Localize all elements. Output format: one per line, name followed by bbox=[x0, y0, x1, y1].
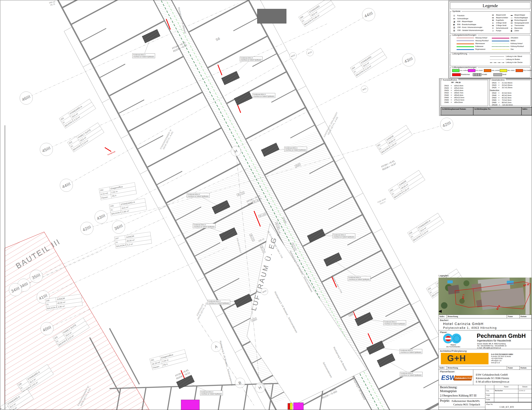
symbol-label: Rückschlagklappe bbox=[514, 17, 528, 18]
vent-label: Brandschutz bbox=[461, 73, 470, 75]
kondensat-line2: Anschluss an Geberit Spülkasten bbox=[285, 149, 306, 151]
projekt-line2: Carinzia 9631 Tröpolach bbox=[453, 403, 480, 406]
sign-role: Geän bbox=[485, 398, 494, 402]
kondensat-label: Kondensat d40x1.5Anschluss an Geberit Sp… bbox=[240, 57, 263, 61]
grid-bubble: W15 bbox=[306, 49, 314, 56]
legend-routing-box: Leitungsführung: Leitung in der WandLeit… bbox=[450, 54, 530, 66]
symbol-label: 3-Wege-Ventil bbox=[496, 22, 506, 24]
sign-name bbox=[494, 393, 518, 398]
gh-line1: G+H ZIVILTECHNIKER GMBH bbox=[491, 354, 513, 355]
strangregulierventil-icon: ⋈ bbox=[509, 22, 514, 24]
symbol-label: Absperrschieber bbox=[496, 17, 508, 18]
grid-bubble: W03 bbox=[290, 52, 296, 59]
kondensat-line1: Kondensat d40x1.5 bbox=[194, 224, 215, 226]
bezeichnung-box: Bezeichnung: Montageplan 2.Obergeschoss … bbox=[438, 385, 485, 399]
architektur-box: Architektur/Polierplanung: G+H G+H ZIVIL… bbox=[438, 349, 532, 366]
pipe-line-sample bbox=[492, 38, 509, 38]
pipe-line-sample bbox=[456, 41, 474, 41]
kondensat-label: Kondensat d40x1.5Anschluss an Geberit Sp… bbox=[383, 320, 406, 325]
kondensat-line1: Kondensat d40x1.5 bbox=[401, 373, 422, 374]
planer-label: Planer: bbox=[440, 331, 447, 334]
esw-logo-text: ESW bbox=[441, 374, 456, 381]
kondensat-line2: Anschluss an Geberit Spülkasten bbox=[201, 393, 222, 395]
bemerkung-h: Bemerkung bbox=[447, 315, 507, 318]
esw-line2: Kärnterstraße 9/1 9586 Fürnitz bbox=[476, 377, 509, 380]
index-row-1: Index Bemerkung Name Datum bbox=[438, 315, 532, 319]
grid-bubble-label: H bbox=[234, 148, 238, 154]
vent-chip bbox=[484, 69, 491, 72]
pechmann-subtitle: Ingenieurbüro für Haustechnik bbox=[477, 339, 511, 342]
symbol-label: Pumpe bbox=[496, 30, 501, 32]
pipe-line-sample bbox=[456, 46, 474, 47]
austria-flag-roundel bbox=[445, 336, 451, 341]
vent-label: Gerät bbox=[502, 73, 506, 75]
index-row-2: Index Bemerkung Name Datum bbox=[438, 366, 532, 370]
name-h: Name bbox=[507, 315, 520, 318]
vent-chip bbox=[516, 69, 523, 72]
vent-label: ZUL-Zuluft bbox=[475, 70, 483, 71]
absperrklappe-ask-icon: ◪ bbox=[452, 20, 456, 23]
bezeichnung-line1: Montageplan bbox=[440, 389, 457, 393]
kondensat-label: Kondensat d40x1.5Anschluss an Geberit Sp… bbox=[253, 93, 275, 98]
kondensat-line2: Anschluss an Geberit Spülkasten bbox=[333, 236, 354, 238]
vent-chip bbox=[494, 73, 502, 76]
pechmann-member-2: des Fachverbandes bbox=[444, 346, 463, 348]
site-plan-aerial-photo: BT IIIBT IBT II bbox=[438, 278, 532, 315]
projekt-box: Projekt: Falkensteiner Hotel&SPA Carinzi… bbox=[438, 398, 485, 407]
vent-chip bbox=[473, 73, 481, 76]
grid-bubble: 45III bbox=[40, 143, 53, 156]
routing-label: Leitung in der Decke bbox=[506, 61, 522, 63]
pechmann-addr3: e-mail: office@tb-pechmann.at bbox=[477, 347, 501, 349]
lageplan-label: Lageplan: bbox=[439, 274, 449, 277]
grid-bubble: 42III bbox=[80, 222, 93, 235]
legend-routing-label: Leitungsführung: bbox=[452, 53, 468, 55]
grid-bubble: 34III bbox=[9, 283, 22, 296]
bemerkung-h2: Bemerkung bbox=[447, 366, 507, 370]
thermometer-icon: ◎ bbox=[509, 24, 514, 27]
kondensat-line1: Kondensat d40x1.5 bbox=[333, 234, 354, 236]
grid-bubble: 44III bbox=[362, 8, 375, 21]
pechmann-addr1: Grazer Straße 48f, A- 8062 Kumberg bbox=[477, 343, 506, 345]
kondensat-line2: Anschluss an Geberit Spülkasten bbox=[253, 95, 275, 98]
pipe-line-label: Warmwasser bbox=[475, 43, 485, 45]
legend-panel: Legende Symbole: ⊡Putzstück⋈Schmutzfänge… bbox=[449, 1, 532, 78]
sign-datum-h: Datum bbox=[518, 385, 531, 389]
vsr-variabel-icon: ▤ bbox=[452, 29, 456, 32]
grid-bubble-label: 43III bbox=[404, 56, 414, 64]
symbol-label: Sicherheitsventil bbox=[496, 27, 508, 29]
plan-nr-box: Plan Nr. CAR_KT_BTI bbox=[485, 402, 532, 410]
pechmann-member-1: Mitglied bbox=[444, 344, 463, 346]
pipe-line-label: Kaltwasser bbox=[475, 45, 484, 47]
vent-chip bbox=[452, 73, 461, 76]
gewinde-rows: DN15 = 21.3x2.65mm DN20 = 26.9x2.65mm DN… bbox=[492, 82, 513, 89]
sign-name: Buchacher bbox=[494, 389, 518, 393]
kondensat-label: Kondensat d40x1.5Anschluss an Geberit Sp… bbox=[348, 276, 370, 281]
sign-date bbox=[518, 398, 531, 402]
routing-label: Leitung im Boden bbox=[506, 58, 520, 60]
grid-bubble-label: 34III bbox=[10, 285, 20, 294]
kondensat-label: Kondensat d40x1.5Anschluss an Geberit Sp… bbox=[187, 193, 209, 198]
datum-h: Datum bbox=[520, 315, 532, 318]
kondensat-label: Kondensat d40x1.5Anschluss an Geberit Sp… bbox=[193, 223, 216, 228]
routing-line-sample bbox=[490, 63, 504, 63]
gh-logo: G+H bbox=[441, 353, 488, 364]
index-h: Index bbox=[439, 315, 447, 318]
kondensat-line2: Anschluss an Geberit Spülkasten bbox=[241, 59, 262, 61]
grid-bubble: W01 bbox=[361, 86, 368, 93]
legend-symbols-box: Symbole: ⊡Putzstück⋈Schmutzfänger◪ASK - … bbox=[450, 11, 530, 34]
sign-role: Gez. bbox=[485, 389, 494, 393]
kondensat-label: Kondensat d40x1.5Anschluss an Geberit Sp… bbox=[133, 54, 155, 58]
pipe-line-sample bbox=[492, 49, 509, 50]
legend-gewinderohre-label: Gewinderohre: bbox=[491, 79, 506, 81]
symbol-label: VSR - Konst.-Volumenstromregler bbox=[457, 26, 482, 28]
schmutzfaenger-icon: ⋈ bbox=[452, 18, 456, 20]
plan-nr-value: CAR_KT_BTI bbox=[500, 406, 514, 408]
rueckschlagklappe-icon: ▭ bbox=[509, 17, 514, 19]
grid-bubble-label: 35III bbox=[31, 272, 41, 280]
sign-name-h: Name bbox=[494, 385, 518, 389]
gh-line3: +43 4358 55266 bbox=[491, 358, 503, 359]
esw-logo: ESW Gebäudetechnik bbox=[441, 374, 471, 383]
site-boundary-svg bbox=[438, 278, 532, 315]
absperrschieber-icon: ⋈ bbox=[491, 17, 495, 19]
esw-band-bold: Gebäude bbox=[455, 377, 465, 379]
